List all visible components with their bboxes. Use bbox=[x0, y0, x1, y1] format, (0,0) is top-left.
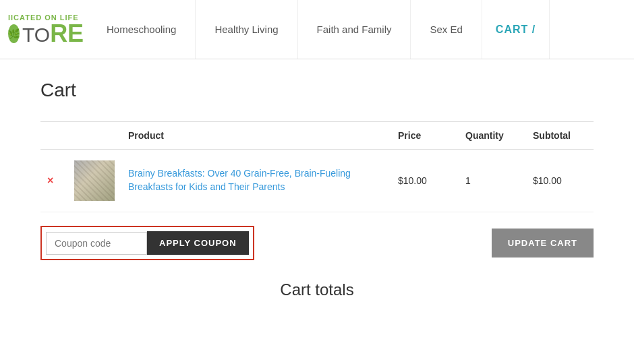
col-header-quantity: Quantity bbox=[459, 122, 526, 150]
col-header-remove bbox=[40, 122, 67, 150]
col-header-product: Product bbox=[121, 122, 391, 150]
cart-table: Product Price Quantity Subtotal × Brainy… bbox=[40, 121, 594, 212]
product-thumbnail bbox=[74, 160, 115, 201]
nav-item-homeschooling[interactable]: Homeschooling bbox=[88, 0, 196, 59]
coupon-row: APPLY COUPON UPDATE CART bbox=[40, 226, 594, 260]
table-row: × Brainy Breakfasts: Over 40 Grain-Free,… bbox=[40, 150, 594, 212]
logo[interactable]: IICATED ON LIFE 🌿 TORE bbox=[0, 0, 88, 59]
coupon-section: APPLY COUPON bbox=[40, 226, 254, 260]
product-quantity-cell: 1 bbox=[459, 150, 526, 212]
cart-totals-title: Cart totals bbox=[40, 280, 594, 299]
header: IICATED ON LIFE 🌿 TORE Homeschooling Hea… bbox=[0, 0, 634, 59]
main-nav: Homeschooling Healthy Living Faith and F… bbox=[88, 0, 634, 59]
main-content: Cart Product Price Quantity Subtotal × bbox=[0, 59, 634, 320]
update-cart-button[interactable]: UPDATE CART bbox=[492, 229, 594, 257]
product-subtotal-cell: $10.00 bbox=[526, 150, 594, 212]
remove-item-button[interactable]: × bbox=[47, 175, 53, 186]
coupon-input[interactable] bbox=[46, 232, 147, 255]
logo-icon: 🌿 bbox=[8, 24, 20, 43]
apply-coupon-button[interactable]: APPLY COUPON bbox=[147, 231, 249, 255]
product-price-cell: $10.00 bbox=[391, 150, 459, 212]
nav-item-faith-and-family[interactable]: Faith and Family bbox=[298, 0, 411, 59]
logo-store-text: TORE bbox=[22, 22, 84, 46]
product-thumbnail-cell bbox=[67, 150, 121, 212]
product-name-cell: Brainy Breakfasts: Over 40 Grain-Free, B… bbox=[121, 150, 391, 212]
nav-item-cart[interactable]: CART / bbox=[482, 0, 550, 59]
col-header-price: Price bbox=[391, 122, 459, 150]
col-header-thumb bbox=[67, 122, 121, 150]
nav-item-sex-ed[interactable]: Sex Ed bbox=[411, 0, 482, 59]
table-header-row: Product Price Quantity Subtotal bbox=[40, 122, 594, 150]
nav-item-healthy-living[interactable]: Healthy Living bbox=[196, 0, 297, 59]
col-header-subtotal: Subtotal bbox=[526, 122, 594, 150]
product-link[interactable]: Brainy Breakfasts: Over 40 Grain-Free, B… bbox=[128, 168, 351, 192]
remove-cell: × bbox=[40, 150, 67, 212]
page-title: Cart bbox=[40, 80, 594, 101]
logo-bottom: 🌿 TORE bbox=[8, 22, 80, 46]
